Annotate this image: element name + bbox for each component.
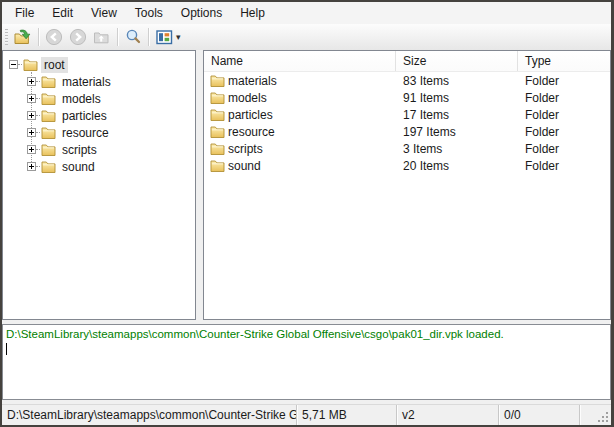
back-icon: [45, 28, 63, 46]
tree-item-resource[interactable]: resource: [27, 124, 195, 141]
file-list-panel: Name Size Type materials 83 Items Folder…: [203, 50, 611, 320]
tree-item-label: root: [41, 57, 68, 73]
tree-item-label: scripts: [59, 142, 100, 158]
expand-icon[interactable]: [27, 128, 36, 137]
menu-help[interactable]: Help: [231, 2, 274, 24]
folder-icon: [210, 125, 225, 138]
forward-button[interactable]: [66, 26, 90, 48]
toolbar: ▾: [2, 24, 611, 50]
app-window: File Edit View Tools Options Help: [0, 0, 614, 427]
file-name: sound: [228, 159, 261, 173]
tree-item-root[interactable]: root: [9, 56, 195, 73]
search-icon: [124, 28, 142, 46]
file-size: 83 Items: [396, 74, 518, 88]
toolbar-separator: [148, 28, 149, 46]
resize-grip[interactable]: [606, 420, 608, 422]
folder-icon: [210, 142, 225, 155]
console-log-line: D:\SteamLibrary\steamapps\common\Counter…: [6, 327, 607, 341]
list-item-models[interactable]: models 91 Items Folder: [204, 89, 610, 106]
list-item-resource[interactable]: resource 197 Items Folder: [204, 123, 610, 140]
text-caret: [6, 343, 7, 355]
console-caret-line: [6, 341, 607, 355]
expand-icon[interactable]: [27, 94, 36, 103]
file-type: Folder: [518, 74, 610, 88]
tree-item-label: particles: [59, 108, 110, 124]
views-icon: [156, 30, 173, 45]
folder-icon: [41, 75, 56, 88]
expand-icon[interactable]: [27, 77, 36, 86]
file-name: particles: [228, 108, 273, 122]
menu-options[interactable]: Options: [172, 2, 231, 24]
tree-item-models[interactable]: models: [27, 90, 195, 107]
find-button[interactable]: [121, 26, 145, 48]
folder-icon: [41, 109, 56, 122]
toolbar-separator: [117, 28, 118, 46]
folder-icon: [41, 92, 56, 105]
views-button[interactable]: [152, 26, 176, 48]
status-vpk-version: v2: [397, 408, 498, 422]
open-button[interactable]: [11, 26, 35, 48]
folder-icon: [210, 91, 225, 104]
up-button[interactable]: [90, 26, 114, 48]
tree-item-label: materials: [59, 74, 114, 90]
views-dropdown-caret[interactable]: ▾: [176, 32, 184, 42]
tree-item-label: sound: [59, 159, 98, 175]
tree-item-materials[interactable]: materials: [27, 73, 195, 90]
file-name: resource: [228, 125, 275, 139]
menu-tools[interactable]: Tools: [126, 2, 172, 24]
back-button[interactable]: [42, 26, 66, 48]
console-log[interactable]: D:\SteamLibrary\steamapps\common\Counter…: [2, 324, 611, 400]
folder-icon: [41, 126, 56, 139]
open-folder-icon: [14, 29, 32, 45]
menu-bar: File Edit View Tools Options Help: [2, 2, 611, 24]
column-header-type[interactable]: Type: [518, 51, 610, 71]
status-progress: 0/0: [499, 408, 579, 422]
tree-item-scripts[interactable]: scripts: [27, 141, 195, 158]
file-name: materials: [228, 74, 277, 88]
list-item-scripts[interactable]: scripts 3 Items Folder: [204, 140, 610, 157]
expand-icon[interactable]: [27, 145, 36, 154]
list-item-sound[interactable]: sound 20 Items Folder: [204, 157, 610, 174]
file-type: Folder: [518, 142, 610, 156]
expand-icon[interactable]: [27, 162, 36, 171]
menu-file[interactable]: File: [6, 2, 43, 24]
folder-icon: [210, 159, 225, 172]
tree-item-particles[interactable]: particles: [27, 107, 195, 124]
expand-icon[interactable]: [27, 111, 36, 120]
folder-icon: [23, 58, 38, 71]
file-name: models: [228, 91, 267, 105]
file-size: 3 Items: [396, 142, 518, 156]
list-header: Name Size Type: [204, 51, 610, 72]
status-file-path: D:\SteamLibrary\steamapps\common\Counter…: [2, 408, 296, 422]
status-separator: [579, 405, 580, 425]
file-type: Folder: [518, 91, 610, 105]
folder-tree-panel: root materials models particles: [2, 50, 196, 320]
menu-view[interactable]: View: [82, 2, 126, 24]
file-size: 17 Items: [396, 108, 518, 122]
file-type: Folder: [518, 159, 610, 173]
up-folder-icon: [93, 29, 111, 45]
file-size: 197 Items: [396, 125, 518, 139]
toolbar-separator: [38, 28, 39, 46]
toolbar-grip[interactable]: [5, 29, 8, 45]
status-file-size: 5,71 MB: [297, 408, 396, 422]
list-item-materials[interactable]: materials 83 Items Folder: [204, 72, 610, 89]
folder-icon: [210, 108, 225, 121]
folder-icon: [41, 143, 56, 156]
folder-icon: [41, 160, 56, 173]
folder-icon: [210, 74, 225, 87]
status-bar: D:\SteamLibrary\steamapps\common\Counter…: [2, 404, 611, 425]
folder-tree: root materials models particles: [3, 51, 195, 175]
file-name: scripts: [228, 142, 263, 156]
column-header-name[interactable]: Name: [204, 51, 396, 71]
list-item-particles[interactable]: particles 17 Items Folder: [204, 106, 610, 123]
column-header-size[interactable]: Size: [396, 51, 518, 71]
tree-item-sound[interactable]: sound: [27, 158, 195, 175]
file-type: Folder: [518, 125, 610, 139]
forward-icon: [69, 28, 87, 46]
tree-item-label: models: [59, 91, 104, 107]
tree-item-label: resource: [59, 125, 112, 141]
collapse-icon[interactable]: [9, 60, 18, 69]
file-size: 20 Items: [396, 159, 518, 173]
menu-edit[interactable]: Edit: [43, 2, 82, 24]
